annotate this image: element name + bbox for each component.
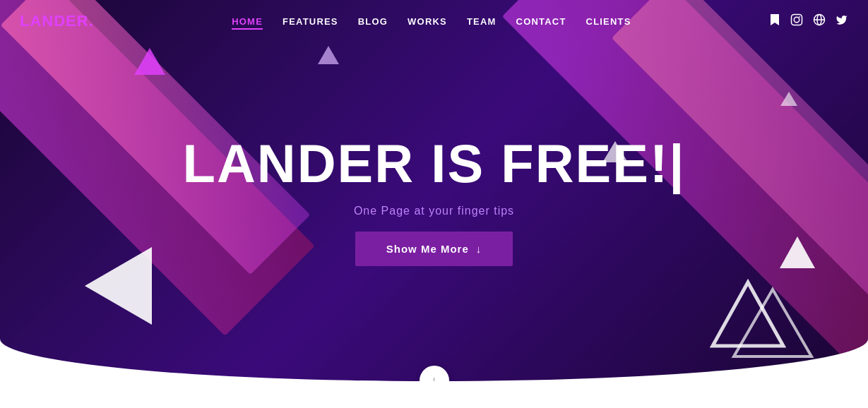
triangle-outline-group — [670, 226, 826, 367]
navbar-right — [769, 13, 848, 30]
nav-link-blog[interactable]: BLOG — [358, 16, 388, 27]
hero-content: LANDER IS FREE!| One Page at your finger… — [183, 137, 686, 266]
nav-item-blog[interactable]: BLOG — [358, 15, 388, 28]
nav-item-contact[interactable]: CONTACT — [516, 15, 566, 28]
triangle-left-white — [85, 247, 152, 325]
triangle-top-center — [318, 46, 339, 64]
logo-dot: . — [89, 12, 94, 30]
logo: LANDER. — [20, 12, 94, 30]
nav-links: HOME FEATURES BLOG WORKS TEAM CONTACT CL… — [232, 15, 631, 28]
svg-rect-0 — [792, 15, 802, 25]
hero-section: LANDER IS FREE!| One Page at your finger… — [0, 0, 868, 381]
nav-link-contact[interactable]: CONTACT — [516, 16, 566, 27]
nav-link-features[interactable]: FEATURES — [283, 16, 338, 27]
svg-marker-7 — [780, 236, 815, 268]
navbar: LANDER. HOME FEATURES BLOG WORKS TEAM CO… — [0, 0, 868, 42]
nav-link-team[interactable]: TEAM — [467, 16, 497, 27]
twitter-icon[interactable] — [836, 13, 848, 29]
globe-icon[interactable] — [813, 13, 826, 29]
triangle-top-right-small — [780, 92, 797, 106]
svg-point-1 — [794, 17, 799, 23]
hero-subtitle: One Page at your finger tips — [354, 205, 514, 217]
nav-item-works[interactable]: WORKS — [408, 15, 447, 28]
nav-item-clients[interactable]: CLIENTS — [586, 15, 631, 28]
cta-button[interactable]: Show Me More ↓ — [355, 232, 513, 266]
cta-arrow-icon: ↓ — [476, 243, 482, 255]
instagram-icon[interactable] — [790, 13, 803, 29]
bookmark-icon[interactable] — [769, 13, 780, 30]
nav-item-home[interactable]: HOME — [232, 15, 263, 28]
nav-link-clients[interactable]: CLIENTS — [586, 16, 631, 27]
nav-item-features[interactable]: FEATURES — [283, 15, 338, 28]
hero-title: LANDER IS FREE!| — [183, 137, 686, 191]
scroll-arrow-icon: ↓ — [432, 374, 437, 381]
logo-text: LANDER — [20, 12, 89, 30]
nav-link-works[interactable]: WORKS — [408, 16, 447, 27]
svg-point-2 — [799, 16, 800, 18]
scroll-down-button[interactable]: ↓ — [420, 366, 449, 381]
cta-label: Show Me More — [386, 243, 469, 255]
nav-item-team[interactable]: TEAM — [467, 15, 497, 28]
triangle-top-left-pink — [134, 48, 165, 75]
nav-link-home[interactable]: HOME — [232, 16, 263, 30]
bottom-section — [0, 381, 868, 408]
